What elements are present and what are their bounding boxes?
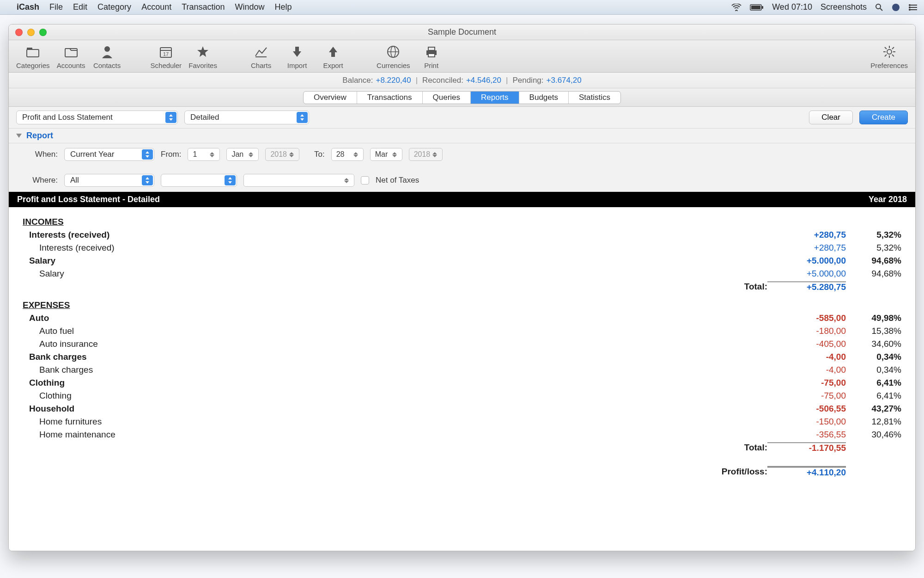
report-body: INCOMES Interests (received)+280,755,32%… xyxy=(9,207,915,551)
from-label: From: xyxy=(161,150,181,159)
svg-rect-12 xyxy=(27,49,39,57)
to-month-select[interactable]: Mar xyxy=(370,148,402,161)
chevron-updown-icon xyxy=(297,112,308,123)
report-title-text: Profit and Loss Statement - Detailed xyxy=(17,195,160,204)
tab-queries[interactable]: Queries xyxy=(423,92,471,104)
print-button[interactable]: Print xyxy=(417,44,446,69)
menu-edit[interactable]: Edit xyxy=(73,2,87,12)
svg-line-4 xyxy=(880,8,882,11)
report-controls: Profit and Loss Statement Detailed Clear… xyxy=(9,107,915,129)
zoom-window-button[interactable] xyxy=(39,29,47,36)
svg-line-36 xyxy=(885,55,887,56)
svg-rect-1 xyxy=(751,6,760,9)
report-detail-select[interactable]: Detailed xyxy=(184,111,309,124)
tab-overview[interactable]: Overview xyxy=(304,92,357,104)
from-month-select[interactable]: Jan xyxy=(226,148,259,161)
svg-point-15 xyxy=(104,46,110,52)
menu-transaction[interactable]: Transaction xyxy=(182,2,225,12)
from-day-select[interactable]: 1 xyxy=(188,148,220,161)
where-select[interactable]: All xyxy=(64,174,154,187)
charts-button[interactable]: Charts xyxy=(246,44,276,69)
svg-point-5 xyxy=(892,4,900,11)
where-category-select[interactable] xyxy=(161,174,237,187)
when-label: When: xyxy=(25,150,58,159)
toolbar: Categories Accounts Contacts 17 Schedule… xyxy=(9,40,915,73)
menubar-time[interactable]: Wed 07:10 xyxy=(772,2,812,12)
chevron-updown-icon xyxy=(142,149,153,160)
svg-rect-27 xyxy=(428,47,435,50)
create-button[interactable]: Create xyxy=(859,111,908,124)
scheduler-button[interactable]: 17 Scheduler xyxy=(151,44,182,69)
categories-button[interactable]: Categories xyxy=(16,44,50,69)
disclosure-triangle-icon xyxy=(16,134,22,138)
wifi-icon[interactable] xyxy=(731,4,742,11)
svg-point-29 xyxy=(887,49,892,54)
balance-infobar: Balance: +8.220,40 | Reconciled: +4.546,… xyxy=(9,73,915,88)
document-window: Sample Document Categories Accounts Cont… xyxy=(8,24,916,551)
chevron-updown-icon xyxy=(165,112,176,123)
svg-line-35 xyxy=(892,55,894,56)
menu-category[interactable]: Category xyxy=(97,2,131,12)
svg-point-3 xyxy=(876,4,881,9)
clear-button[interactable]: Clear xyxy=(809,111,853,124)
contacts-button[interactable]: Contacts xyxy=(92,44,122,69)
accounts-button[interactable]: Accounts xyxy=(56,44,86,69)
when-select[interactable]: Current Year xyxy=(64,148,154,161)
window-title: Sample Document xyxy=(9,27,915,37)
battery-icon[interactable] xyxy=(750,4,764,11)
net-of-taxes-checkbox[interactable] xyxy=(361,176,369,184)
pending-value: +3.674,20 xyxy=(547,76,582,85)
preferences-button[interactable]: Preferences xyxy=(870,44,908,69)
tab-reports[interactable]: Reports xyxy=(471,92,519,104)
currencies-button[interactable]: Currencies xyxy=(377,44,410,69)
report-section-header[interactable]: Report xyxy=(9,129,915,143)
where-label: Where: xyxy=(25,176,58,185)
from-year-select[interactable]: 2018 xyxy=(265,148,299,161)
export-button[interactable]: Export xyxy=(318,44,348,69)
notifications-icon[interactable] xyxy=(908,4,918,11)
menu-file[interactable]: File xyxy=(49,2,63,12)
view-tabs: Overview Transactions Queries Reports Bu… xyxy=(303,91,621,104)
minimize-window-button[interactable] xyxy=(27,29,35,36)
tab-statistics[interactable]: Statistics xyxy=(569,92,620,104)
siri-icon[interactable] xyxy=(892,3,900,12)
menu-help[interactable]: Help xyxy=(275,2,292,12)
where-account-select[interactable] xyxy=(243,174,354,187)
star-icon xyxy=(196,44,209,60)
to-year-select[interactable]: 2018 xyxy=(409,148,443,161)
export-icon xyxy=(328,44,338,60)
import-button[interactable]: Import xyxy=(282,44,312,69)
incomes-heading: INCOMES xyxy=(23,217,675,227)
expenses-heading: EXPENSES xyxy=(23,300,675,310)
menubar-app-label[interactable]: Screenshots xyxy=(821,2,867,12)
report-title-bar: Profit and Loss Statement - Detailed Yea… xyxy=(9,192,915,207)
spotlight-icon[interactable] xyxy=(875,3,883,12)
menu-window[interactable]: Window xyxy=(235,2,265,12)
svg-rect-28 xyxy=(428,54,435,57)
favorites-button[interactable]: Favorites xyxy=(188,44,218,69)
person-icon xyxy=(101,44,113,60)
titlebar[interactable]: Sample Document xyxy=(9,25,915,40)
svg-marker-22 xyxy=(329,47,337,57)
close-window-button[interactable] xyxy=(15,29,23,36)
to-day-select[interactable]: 28 xyxy=(331,148,364,161)
chart-icon xyxy=(255,44,267,60)
printer-icon xyxy=(425,44,438,60)
balance-label: Balance: xyxy=(342,76,373,85)
svg-marker-19 xyxy=(197,46,208,57)
menu-account[interactable]: Account xyxy=(141,2,171,12)
svg-text:17: 17 xyxy=(163,51,169,57)
mac-menubar: iCash File Edit Category Account Transac… xyxy=(0,0,924,15)
reconciled-label: Reconciled: xyxy=(422,76,463,85)
globe-icon xyxy=(387,44,400,60)
chevron-updown-icon xyxy=(142,175,153,185)
svg-point-9 xyxy=(909,4,911,6)
svg-rect-13 xyxy=(27,48,32,50)
svg-point-10 xyxy=(909,6,911,8)
calendar-icon: 17 xyxy=(159,44,172,60)
report-type-select[interactable]: Profit and Loss Statement xyxy=(16,111,178,124)
tab-transactions[interactable]: Transactions xyxy=(357,92,423,104)
app-name[interactable]: iCash xyxy=(17,2,39,12)
tab-budgets[interactable]: Budgets xyxy=(519,92,569,104)
report-period: Year 2018 xyxy=(869,195,907,204)
